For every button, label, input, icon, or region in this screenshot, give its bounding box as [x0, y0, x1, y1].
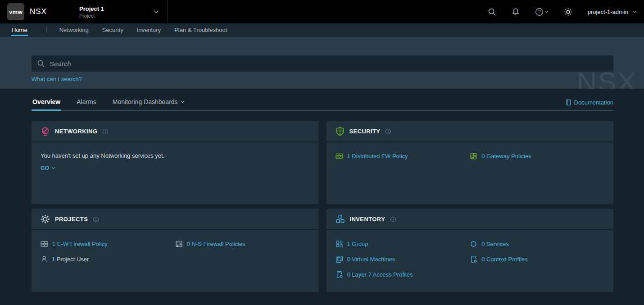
info-icon[interactable]: [390, 216, 396, 223]
username: project-1-admin: [588, 9, 628, 15]
link-label: 0 Context Profiles: [481, 256, 528, 263]
inventory-cubes-icon: [336, 214, 345, 224]
chevron-down-icon: [51, 167, 55, 169]
link-label: 0 N-S Firewall Policies: [187, 241, 245, 247]
nav-item-networking[interactable]: Networking: [59, 23, 90, 36]
project-name: Project 1: [79, 5, 104, 12]
link-label: 0 Virtual Machines: [347, 256, 395, 263]
firewall-icon: [336, 152, 343, 160]
search-band: What can I search? NSX: [0, 36, 644, 89]
services-gear-icon: [470, 240, 477, 248]
context-profiles-link[interactable]: 0 Context Profiles: [470, 255, 528, 263]
search-box[interactable]: [32, 55, 613, 72]
security-card: SECURITY 1 Distributed FW Policy: [327, 121, 614, 204]
link-label: 1 Group: [347, 241, 368, 247]
networking-empty-message: You haven't set up any Networking servic…: [41, 152, 310, 159]
topbar-divider: [167, 0, 168, 23]
projects-gear-icon: [41, 214, 50, 224]
link-label: 1 Distributed FW Policy: [347, 153, 408, 159]
theme-brightness-icon[interactable]: [564, 8, 572, 16]
firewall-icon: [41, 240, 48, 248]
notifications-bell-icon[interactable]: [512, 8, 520, 16]
networking-card-title: NETWORKING: [55, 128, 97, 135]
layer7-access-profiles-link[interactable]: 0 Layer 7 Access Profiles: [336, 271, 413, 278]
gateway-policies-link[interactable]: 0 Gateway Policies: [470, 152, 531, 160]
link-label: 0 Gateway Policies: [481, 153, 531, 159]
virtual-machine-icon: [336, 255, 343, 263]
projects-card: PROJECTS 1 E-W Firewall Policy: [32, 209, 319, 292]
profile-document-gear-icon: [470, 255, 477, 263]
content-tabs: Overview Alarms Monitoring Dashboards Do…: [32, 97, 613, 111]
networking-card: NETWORKING You haven't set up any Networ…: [32, 121, 319, 204]
tab-overview[interactable]: Overview: [32, 97, 61, 111]
tab-monitoring-label: Monitoring Dashboards: [113, 98, 178, 105]
inventory-card: INVENTORY 1 Group: [327, 209, 614, 292]
networking-globe-icon: [41, 127, 50, 136]
nav-item-plan-troubleshoot[interactable]: Plan & Troubleshoot: [173, 23, 228, 36]
main-content: Overview Alarms Monitoring Dashboards Do…: [0, 89, 644, 292]
project-selector[interactable]: Project 1 Project: [79, 3, 165, 21]
services-link[interactable]: 0 Services: [470, 240, 509, 248]
help-menu-icon[interactable]: ?: [535, 8, 549, 16]
link-label: 1 E-W Firewall Policy: [52, 241, 108, 247]
ew-firewall-policy-link[interactable]: 1 E-W Firewall Policy: [41, 240, 108, 248]
primary-nav: Home Networking Security Inventory Plan …: [0, 23, 644, 36]
nav-item-home[interactable]: Home: [11, 23, 28, 36]
nav-divider: [46, 27, 47, 33]
what-can-i-search-link[interactable]: What can I search?: [32, 76, 82, 82]
chevron-down-icon: [154, 10, 159, 14]
distributed-fw-policy-link[interactable]: 1 Distributed FW Policy: [336, 152, 408, 160]
policy-grid-icon: [470, 152, 477, 160]
tab-alarms[interactable]: Alarms: [76, 97, 97, 111]
link-label: 0 Services: [481, 241, 509, 247]
search-icon: [37, 59, 45, 68]
top-bar: vmw NSX Project 1 Project ? project-1-ad…: [0, 0, 644, 23]
vmware-logo: vmw: [7, 3, 24, 20]
info-icon[interactable]: [93, 216, 99, 223]
static-label: 1 Project User: [52, 256, 89, 263]
product-name: NSX: [30, 7, 47, 16]
security-card-title: SECURITY: [349, 128, 381, 135]
tab-monitoring-dashboards[interactable]: Monitoring Dashboards: [112, 97, 186, 111]
link-label: 0 Layer 7 Access Profiles: [347, 271, 413, 278]
project-user-count: 1 Project User: [41, 255, 89, 263]
info-icon[interactable]: [385, 128, 391, 135]
groups-link[interactable]: 1 Group: [336, 240, 368, 248]
svg-text:?: ?: [538, 9, 540, 14]
documentation-label: Documentation: [574, 99, 613, 106]
search-input[interactable]: [50, 60, 608, 68]
user-icon: [41, 255, 48, 263]
policy-grid-icon: [175, 240, 183, 248]
ns-firewall-policies-link[interactable]: 0 N-S Firewall Policies: [175, 240, 245, 248]
info-icon[interactable]: [102, 128, 109, 135]
projects-card-title: PROJECTS: [55, 216, 88, 223]
document-icon: [565, 99, 571, 106]
search-icon[interactable]: [488, 8, 496, 16]
profile-document-gear-icon: [336, 271, 343, 278]
chevron-down-icon: [181, 100, 185, 103]
inventory-card-title: INVENTORY: [350, 216, 385, 223]
group-icon: [336, 240, 343, 248]
brand: vmw NSX: [7, 3, 47, 20]
chevron-down-icon: [633, 10, 637, 13]
security-shield-icon: [336, 127, 345, 136]
user-menu[interactable]: project-1-admin: [588, 9, 637, 15]
networking-go-button[interactable]: GO: [41, 165, 55, 171]
documentation-link[interactable]: Documentation: [565, 99, 613, 110]
go-label: GO: [41, 165, 50, 171]
virtual-machines-link[interactable]: 0 Virtual Machines: [336, 255, 395, 263]
nav-item-inventory[interactable]: Inventory: [136, 23, 162, 36]
nav-item-security[interactable]: Security: [101, 23, 124, 36]
project-type: Project: [79, 13, 104, 18]
